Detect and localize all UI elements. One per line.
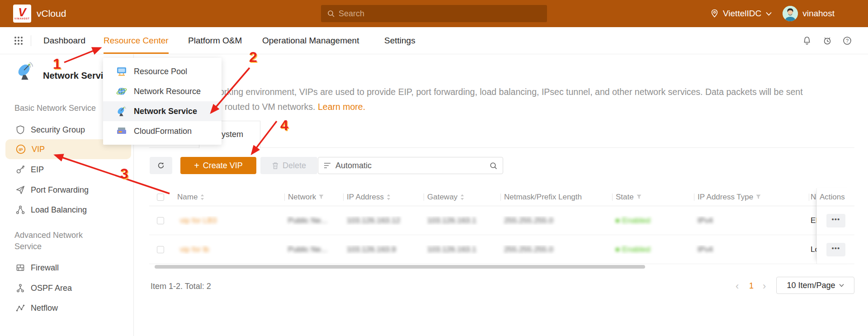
row-actions-more-button[interactable]: ••• [826,214,845,227]
refresh-button[interactable] [150,157,172,174]
filter-funnel-icon[interactable] [319,194,324,199]
column-header-state[interactable]: State [612,188,694,206]
column-header-netmask[interactable]: Netmask/Prefix Length [500,188,612,206]
learn-more-link[interactable]: Learn more. [318,102,365,112]
cell-gateway: 103.126.163.1 [427,216,476,225]
page-size-value: 10 Item/Page [787,281,835,290]
vinahost-logo[interactable]: V vinahost [13,5,31,23]
sidebar-item-netflow[interactable]: Netflow [0,299,134,317]
sidebar-item-label: Security Group [31,125,85,135]
nav-resource-center[interactable]: Resource Center [104,27,169,54]
status-dot-icon [616,248,619,251]
logo-v-icon: V [18,7,26,17]
column-header-network[interactable]: Network [284,188,343,206]
pagination-prev-button[interactable]: ‹ [736,280,739,292]
column-label: IP Address [347,193,384,202]
chevron-down-icon [839,284,844,287]
select-all-checkbox[interactable] [157,194,164,201]
menu-item-network-service[interactable]: Network Service [103,101,222,121]
sort-icon[interactable] [387,194,391,200]
table-row: vip for lb Public Ne... 103.126.163.9 10… [149,235,854,264]
sidebar-item-ospf-area[interactable]: OSPF Area [0,279,134,297]
username[interactable]: vinahost [802,9,835,19]
key-icon [16,165,25,174]
create-vip-button[interactable]: + Create VIP [180,157,256,174]
row-actions-more-button[interactable]: ••• [826,243,845,256]
sort-icon[interactable] [200,194,204,200]
nav-settings[interactable]: Settings [384,27,415,54]
row-checkbox[interactable] [157,246,164,253]
topbar-right: ViettelIDC vinahost [711,0,835,27]
nav-platform-om[interactable]: Platform O&M [188,27,242,54]
pagination-next-button[interactable]: › [763,280,766,292]
menu-item-network-resource[interactable]: Network Resource [103,81,222,101]
column-label: Gateway [427,193,458,202]
menu-item-label: Network Resource [134,87,201,96]
svg-text:IP: IP [19,147,24,152]
sort-icon[interactable] [460,194,464,200]
column-label: N [811,193,816,202]
section-basic-network-service: Basic Network Service [14,103,96,114]
status-badge: Enabled [616,245,650,254]
region-selector[interactable]: ViettelIDC [723,9,761,19]
pagination-page-1[interactable]: 1 [749,281,754,291]
vcloud-console: V vinahost vCloud Search ViettelIDC [0,0,868,336]
row-checkbox[interactable] [157,217,164,224]
avatar[interactable] [783,6,798,21]
trash-icon [272,162,279,170]
description-text: routed to VM networks. [225,102,316,112]
menu-item-label: CloudFormation [134,127,192,136]
cell-netmask: 255.255.255.0 [504,245,553,254]
app-launcher-icon[interactable] [14,36,23,45]
netflow-icon [16,303,25,312]
menu-item-cloudformation[interactable]: CloudFormation [103,121,222,141]
sidebar-item-load-balancing[interactable]: Load Balancing [0,201,134,219]
alarm-clock-icon[interactable] [823,36,832,45]
pagination-summary: Item 1-2. Total: 2 [151,282,211,291]
sidebar-item-firewall[interactable]: Firewall [0,259,134,277]
sidebar-item-label: Port Forwarding [31,185,89,195]
column-label: Netmask/Prefix Length [504,193,582,202]
column-header-gateway[interactable]: Gateway [424,188,500,206]
cell-gateway: 103.126.163.1 [427,245,476,254]
menu-item-resource-pool[interactable]: Resource Pool [103,62,222,81]
horizontal-scrollbar[interactable] [155,265,645,269]
delete-button[interactable]: Delete [260,157,317,174]
nav-operational-management[interactable]: Operational Management [262,27,359,54]
network-resource-icon [116,85,127,97]
resource-pool-icon [116,66,127,77]
filter-funnel-icon[interactable] [756,194,761,199]
brand-title: vCloud [37,0,66,27]
column-header-actions: Actions [817,188,854,206]
main-content: orking environment, VIPs are used to pro… [134,54,868,336]
nav-dashboard[interactable]: Dashboard [43,27,85,54]
page-size-select[interactable]: 10 Item/Page [776,277,854,294]
vip-name-link[interactable]: vip for lb [180,245,209,254]
top-bar: V vinahost vCloud Search ViettelIDC [0,0,868,27]
sidebar-item-label: EIP [31,165,44,175]
sidebar-item-port-forwarding[interactable]: Port Forwarding [0,181,134,199]
sidebar-item-eip[interactable]: EIP [0,161,134,179]
column-header-ip-address-type[interactable]: IP Address Type [694,188,809,206]
resource-center-dropdown: Resource Pool Network Resource Network S… [103,58,222,145]
cloudformation-icon [116,125,127,137]
network-service-satellite-icon [116,105,127,117]
sidebar-item-label: Load Balancing [31,205,87,215]
search-icon[interactable] [490,162,497,170]
filter-funnel-icon[interactable] [637,194,642,199]
cell-netmask: 255.255.255.0 [504,216,553,225]
filter-search-input[interactable]: Automatic [318,157,503,174]
create-vip-label: Create VIP [203,161,243,170]
location-pin-icon [711,9,718,18]
column-header-ip-address[interactable]: IP Address [343,188,424,206]
column-label: Name [177,193,198,202]
shield-icon [16,125,25,134]
help-icon[interactable]: ? [843,36,852,45]
vip-name-link[interactable]: vip for LB3 [180,216,217,225]
column-header-name[interactable]: Name [176,188,284,206]
filter-lines-icon [324,162,331,169]
global-search-input[interactable]: Search [321,5,547,22]
chevron-down-icon[interactable] [766,12,772,16]
main-navigation: Dashboard Resource Center Platform O&M O… [0,27,868,54]
notifications-bell-icon[interactable] [802,36,811,45]
